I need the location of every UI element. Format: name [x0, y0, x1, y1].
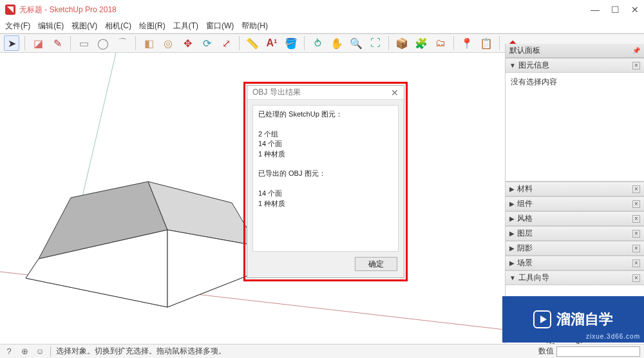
window-title: 无标题 - SketchUp Pro 2018 [19, 5, 117, 15]
location-icon[interactable]: 📍 [459, 35, 475, 51]
dialog-body[interactable]: 已处理的 SketchUp 图元： 2 个组 14 个面 1 种材质 已导出的 … [252, 105, 399, 252]
tray-title[interactable]: 默认面板 📌 [506, 44, 644, 58]
panel-styles[interactable]: ▶ 风格 × [506, 211, 644, 226]
menu-edit[interactable]: 编辑(E) [38, 21, 64, 32]
panel-label: 风格 [517, 213, 533, 224]
panel-close-icon[interactable]: × [632, 62, 640, 70]
titlebar: 无标题 - SketchUp Pro 2018 ― ☐ ✕ [0, 0, 644, 19]
menu-help[interactable]: 帮助(H) [242, 21, 268, 32]
panel-components[interactable]: ▶ 组件 × [506, 196, 644, 211]
minimize-button[interactable]: ― [591, 5, 600, 15]
3dwarehouse-icon[interactable]: 📦 [394, 35, 410, 51]
dialog-footer: 确定 [247, 257, 404, 278]
maximize-button[interactable]: ☐ [611, 5, 620, 15]
toolbar-separator [453, 36, 454, 50]
status-hint: 选择对象。切换到扩充选择。拖动鼠标选择多项。 [56, 346, 226, 357]
watermark-brand: 溜溜自学 [556, 310, 613, 329]
panel-instructor[interactable]: ▼ 工具向导 × [506, 270, 644, 285]
ext-warehouse-icon[interactable]: 🧩 [413, 35, 429, 51]
menu-window[interactable]: 窗口(W) [206, 21, 234, 32]
pan-tool-icon[interactable]: ✋ [329, 35, 345, 51]
panel-entity-info[interactable]: ▼ 图元信息 × [506, 58, 644, 73]
orbit-tool-icon[interactable]: ⥁ [310, 35, 325, 51]
toolbar-separator [499, 36, 500, 50]
expand-arrow-icon: ▶ [509, 215, 515, 222]
panel-shadows[interactable]: ▶ 阴影 × [506, 241, 644, 256]
tray-title-text: 默认面板 [509, 45, 540, 56]
panel-close-icon[interactable]: × [632, 200, 640, 208]
menu-camera[interactable]: 相机(C) [105, 21, 131, 32]
menu-view[interactable]: 视图(V) [71, 21, 97, 32]
panel-label: 材料 [517, 184, 533, 194]
help-icon[interactable]: ? [4, 346, 14, 357]
measurement-box: 数值 [538, 346, 640, 357]
rectangle-tool-icon[interactable]: ▭ [76, 35, 91, 51]
offset-tool-icon[interactable]: ◎ [160, 35, 176, 51]
select-tool-icon[interactable]: ➤ [4, 35, 19, 51]
app-name: SketchUp Pro 2018 [50, 5, 117, 14]
play-icon [533, 310, 551, 328]
panel-close-icon[interactable]: × [632, 215, 640, 223]
panel-label: 场景 [517, 258, 533, 268]
panel-close-icon[interactable]: × [632, 259, 640, 267]
close-button[interactable]: ✕ [631, 5, 639, 15]
toolbar-separator [239, 36, 240, 50]
panel-label: 组件 [517, 198, 533, 209]
menubar: 文件(F) 编辑(E) 视图(V) 相机(C) 绘图(R) 工具(T) 窗口(W… [0, 19, 644, 33]
measure-input[interactable] [556, 346, 640, 357]
pencil-tool-icon[interactable]: ✎ [50, 35, 65, 51]
toolbar-separator [70, 36, 71, 50]
expand-arrow-icon: ▶ [509, 245, 515, 252]
scale-tool-icon[interactable]: ⤢ [218, 35, 234, 51]
menu-draw[interactable]: 绘图(R) [139, 21, 166, 32]
panel-label: 阴影 [517, 243, 533, 254]
export-result-dialog: OBJ 导出结果 ✕ 已处理的 SketchUp 图元： 2 个组 14 个面 … [247, 85, 404, 278]
panel-scenes[interactable]: ▶ 场景 × [506, 256, 644, 270]
toolbar-separator [304, 36, 305, 50]
panel-materials[interactable]: ▶ 材料 × [506, 182, 644, 196]
panel-layers[interactable]: ▶ 图层 × [506, 226, 644, 241]
move-tool-icon[interactable]: ✥ [180, 35, 195, 51]
expand-arrow-icon: ▶ [509, 200, 515, 207]
menu-file[interactable]: 文件(F) [5, 21, 30, 32]
tape-tool-icon[interactable]: 📏 [245, 35, 260, 51]
collapse-arrow-icon: ▼ [509, 62, 516, 69]
toolbar-separator [135, 36, 136, 50]
panel-label: 图层 [517, 228, 533, 239]
panel-close-icon[interactable]: × [632, 230, 640, 238]
panel-close-icon[interactable]: × [632, 245, 640, 252]
statusbar: ? ⊕ ☺ 选择对象。切换到扩充选择。拖动鼠标选择多项。 数值 [0, 344, 644, 358]
outliner-icon[interactable]: 📋 [478, 35, 494, 51]
panel-close-icon[interactable]: × [632, 185, 640, 193]
document-name: 无标题 [19, 5, 43, 14]
watermark-overlay: 溜溜自学 zixue.3d66.com [502, 296, 644, 343]
pushpull-tool-icon[interactable]: ◧ [141, 35, 156, 51]
entity-info-body: 没有选择内容 [506, 73, 644, 91]
tray-pin-icon[interactable]: 📌 [632, 47, 640, 54]
dialog-titlebar[interactable]: OBJ 导出结果 ✕ [247, 86, 404, 100]
expand-arrow-icon: ▶ [509, 230, 515, 237]
window-controls: ― ☐ ✕ [591, 5, 639, 15]
panel-label: 工具向导 [518, 272, 549, 283]
collapse-arrow-icon: ▼ [509, 274, 516, 281]
circle-tool-icon[interactable]: ◯ [95, 35, 111, 51]
person-icon[interactable]: ☺ [35, 346, 45, 357]
panel-close-icon[interactable]: × [632, 274, 640, 282]
layer-icon[interactable]: 🗂 [433, 35, 448, 51]
geo-icon[interactable]: ⊕ [19, 346, 30, 357]
zoom-extents-icon[interactable]: ⛶ [368, 35, 383, 51]
toolbar-separator [388, 36, 389, 50]
arc-tool-icon[interactable]: ⌒ [115, 35, 130, 51]
menu-tools[interactable]: 工具(T) [173, 21, 198, 32]
eraser-tool-icon[interactable]: ◪ [30, 35, 46, 51]
watermark-url: zixue.3d66.com [586, 333, 640, 340]
rotate-tool-icon[interactable]: ⟳ [199, 35, 214, 51]
ok-button[interactable]: 确定 [355, 257, 397, 271]
paint-tool-icon[interactable]: 🪣 [283, 35, 299, 51]
text-tool-icon[interactable]: A¹ [264, 35, 279, 51]
zoom-tool-icon[interactable]: 🔍 [348, 35, 364, 51]
app-icon [5, 5, 15, 15]
expand-arrow-icon: ▶ [509, 259, 515, 267]
expand-arrow-icon: ▶ [509, 185, 515, 193]
dialog-close-icon[interactable]: ✕ [391, 88, 399, 98]
